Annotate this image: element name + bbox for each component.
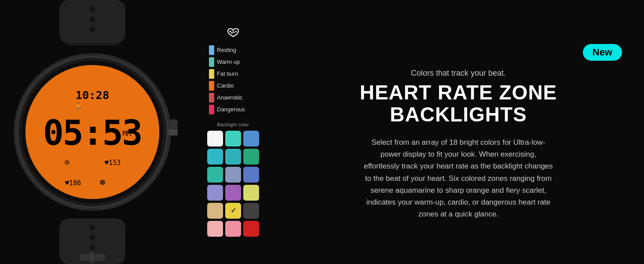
svg-point-23: [90, 245, 95, 250]
color-swatch[interactable]: [225, 149, 241, 165]
svg-point-3: [90, 17, 95, 22]
color-swatch[interactable]: [207, 131, 223, 147]
svg-text:♥186: ♥186: [65, 179, 81, 187]
zone-item: Warm up: [209, 57, 257, 67]
zone-item: Cardio: [209, 81, 257, 91]
svg-point-2: [90, 7, 95, 12]
zone-color-swatch: [209, 57, 214, 67]
description: Select from an array of 18 bright colors…: [364, 136, 553, 220]
color-swatch[interactable]: [207, 149, 223, 165]
color-swatch[interactable]: ✓: [225, 203, 241, 219]
color-swatch[interactable]: [243, 149, 259, 165]
watch-illustration: 10:28 🏃 05:53 MM ⊙ ♥153 ♥186 ⊛: [0, 0, 185, 264]
color-swatch[interactable]: [243, 131, 259, 147]
svg-text:🏃: 🏃: [74, 103, 83, 111]
color-swatch[interactable]: [225, 131, 241, 147]
watch-section: 10:28 🏃 05:53 MM ⊙ ♥153 ♥186 ⊛: [0, 0, 185, 264]
zone-color-swatch: [209, 45, 214, 55]
zone-name-label: Anaerobic: [217, 94, 243, 101]
color-swatch[interactable]: [225, 185, 241, 201]
text-section: New Colors that track your beat. HEART R…: [282, 35, 644, 229]
zone-color-swatch: [209, 93, 214, 103]
zone-name-label: Warm up: [217, 59, 240, 65]
svg-text:MM: MM: [123, 129, 132, 138]
zone-name-label: Cardio: [217, 82, 234, 89]
color-swatch[interactable]: [207, 203, 223, 219]
zone-item: Resting: [209, 45, 257, 55]
color-swatch[interactable]: [243, 167, 259, 183]
svg-point-4: [90, 27, 95, 32]
color-swatch[interactable]: [225, 167, 241, 183]
svg-rect-25: [90, 252, 93, 263]
subtitle: Colors that track your beat.: [411, 69, 506, 78]
zone-list: RestingWarm upFat burnCardioAnaerobicDan…: [209, 45, 257, 114]
color-swatch[interactable]: [243, 221, 259, 237]
zone-item: Fat burn: [209, 69, 257, 79]
color-swatch[interactable]: [225, 221, 241, 237]
svg-text:♥153: ♥153: [105, 159, 121, 167]
color-swatch[interactable]: [207, 167, 223, 183]
heart-rate-icon: [227, 28, 239, 40]
zone-color-swatch: [209, 69, 214, 79]
color-swatch[interactable]: [243, 203, 259, 219]
color-swatch[interactable]: [207, 221, 223, 237]
color-swatch[interactable]: [243, 185, 259, 201]
zone-color-swatch: [209, 81, 214, 91]
svg-text:⊙: ⊙: [65, 158, 70, 167]
main-title: HEART RATE ZONEBACKLIGHTS: [360, 81, 557, 126]
backlight-label: Backlight color: [217, 122, 249, 127]
svg-text:10:28: 10:28: [76, 88, 109, 102]
color-grid: ✓: [207, 131, 259, 237]
zone-color-swatch: [209, 105, 214, 114]
selected-indicator: ✓: [231, 206, 236, 215]
zone-item: Dangerous: [209, 105, 257, 114]
zone-name-label: Dangerous: [217, 106, 245, 113]
color-swatch[interactable]: [207, 185, 223, 201]
svg-point-22: [90, 235, 95, 240]
zone-item: Anaerobic: [209, 93, 257, 103]
svg-text:⊛: ⊛: [100, 177, 105, 187]
page-wrapper: 10:28 🏃 05:53 MM ⊙ ♥153 ♥186 ⊛: [0, 0, 644, 264]
zone-name-label: Fat burn: [217, 70, 238, 77]
svg-point-21: [90, 225, 95, 230]
svg-rect-10: [168, 129, 178, 136]
zones-section: RestingWarm upFat burnCardioAnaerobicDan…: [185, 23, 282, 241]
new-badge: New: [583, 44, 622, 61]
zone-name-label: Resting: [217, 47, 236, 53]
